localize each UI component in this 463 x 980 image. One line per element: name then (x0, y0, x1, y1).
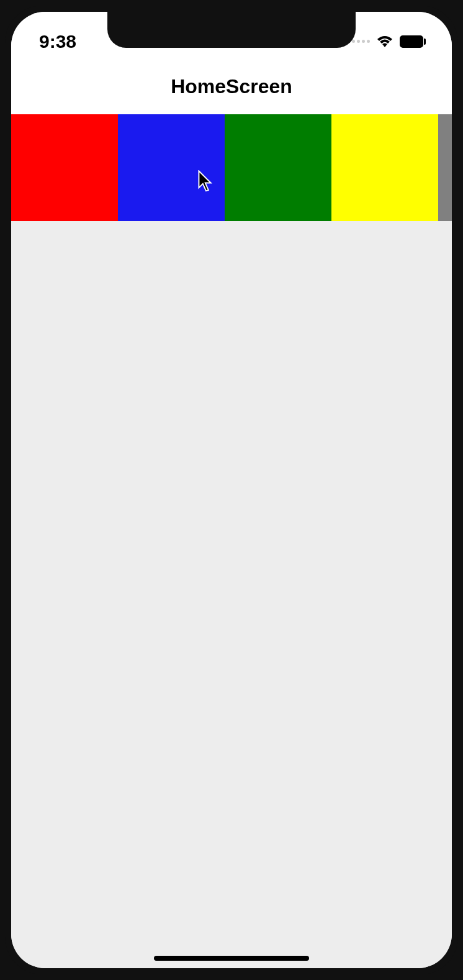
home-indicator[interactable] (154, 956, 309, 961)
notch (107, 12, 356, 48)
color-tile-blue[interactable] (118, 114, 225, 221)
color-tile-gray[interactable] (438, 114, 452, 221)
cellular-dots-icon (352, 40, 370, 43)
nav-bar: HomeScreen (11, 58, 452, 114)
wifi-icon (376, 35, 393, 48)
nav-title: HomeScreen (171, 75, 292, 98)
color-tile-red[interactable] (11, 114, 118, 221)
color-tile-yellow[interactable] (331, 114, 438, 221)
color-scroll-row[interactable] (11, 114, 452, 221)
status-right (352, 22, 427, 48)
screen: 9:38 (11, 12, 452, 968)
phone-frame: 9:38 (5, 6, 458, 974)
color-tile-green[interactable] (225, 114, 331, 221)
battery-icon (400, 35, 427, 48)
status-time: 9:38 (39, 19, 76, 52)
content-area[interactable] (11, 114, 452, 968)
